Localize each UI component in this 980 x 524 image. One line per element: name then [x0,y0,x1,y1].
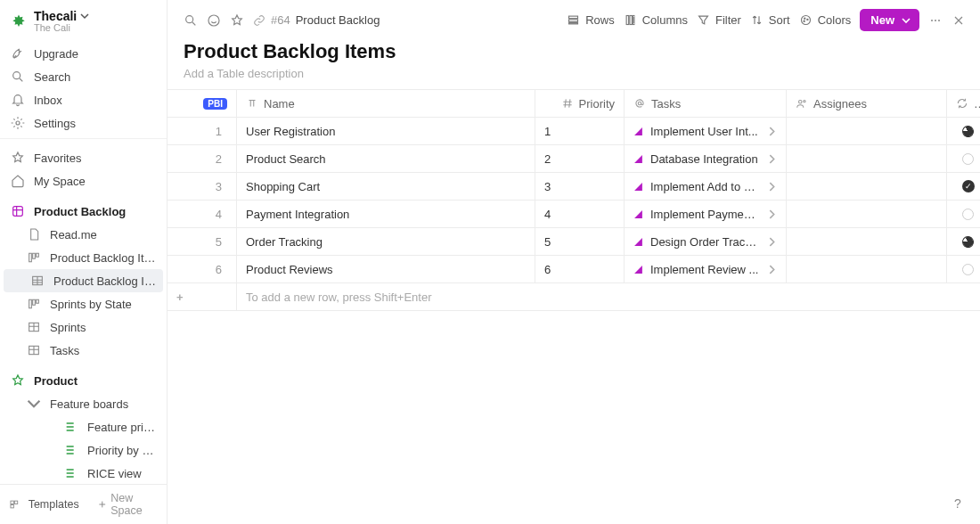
space-product[interactable]: Product [0,369,167,392]
col-tasks-header[interactable]: Tasks [625,90,787,118]
cell-name[interactable]: Shopping Cart [237,173,535,201]
table-row[interactable]: 2Product Search2Database Integration [167,145,980,173]
row-index: 1 [176,125,227,138]
svg-point-17 [801,16,810,25]
chevron-down-icon [80,12,89,20]
sidebar-pbi-view[interactable]: Product Backlog Item... [0,246,167,269]
cell-name[interactable]: Order Tracking [237,228,535,256]
cell-name[interactable]: User Registration [237,118,535,145]
col-status-header[interactable]: S [947,90,980,118]
table-row[interactable]: 4Payment Integration4Implement Payment..… [167,201,980,228]
new-button[interactable]: New [860,9,919,31]
workspace-name: Thecali [34,9,77,23]
cell-status[interactable] [947,145,980,173]
sidebar-feature-boards[interactable]: Feature boards [0,392,167,415]
page-desc-placeholder[interactable]: Add a Table description [184,67,964,80]
svg-rect-6 [11,501,13,504]
cell-task[interactable]: Implement Payment... [625,201,787,228]
table-row[interactable]: 6Product Reviews6Implement Review ... [167,256,980,283]
cell-task[interactable]: Design Order Tracki... [625,228,787,256]
svg-point-23 [938,20,940,21]
svg-point-1 [16,121,20,125]
search-icon[interactable] [184,13,198,28]
more-icon[interactable] [928,13,943,28]
row-index: 5 [176,235,227,249]
svg-point-9 [186,15,193,22]
cell-assignees[interactable] [787,145,947,173]
cell-task[interactable]: Implement User Int... [625,118,787,145]
colors-button[interactable]: Colors [799,13,852,27]
columns-button[interactable]: Columns [624,13,688,27]
sidebar-search[interactable]: Search [0,65,167,88]
sidebar-pbi-items[interactable]: Product Backlog Items [4,269,163,292]
rows-button[interactable]: Rows [567,13,615,27]
main-panel: #64 Product Backlog Rows Columns Filter … [167,0,980,524]
chevron-right-icon [767,127,777,136]
cell-name[interactable]: Product Search [237,145,535,173]
cell-status[interactable] [947,256,980,283]
sidebar-sprints[interactable]: Sprints [0,315,167,339]
cell-status[interactable] [947,118,980,145]
columns-icon [624,13,637,27]
cell-priority[interactable]: 3 [535,173,625,201]
col-pbi-header[interactable]: PBI [167,90,237,118]
hash-icon [561,97,574,110]
sidebar-tasks[interactable]: Tasks [0,339,167,362]
sort-button[interactable]: Sort [750,13,790,27]
sidebar-favorites[interactable]: Favorites [0,146,167,169]
sidebar-rice-view[interactable]: RICE view [0,462,167,484]
cell-assignees[interactable] [787,228,947,256]
space-product-backlog[interactable]: Product Backlog [0,200,167,223]
sidebar-inbox[interactable]: Inbox [0,88,167,111]
cell-assignees[interactable] [787,201,947,228]
cell-priority[interactable]: 1 [535,118,625,145]
cell-status[interactable] [947,228,980,256]
cell-priority[interactable]: 2 [535,145,625,173]
col-name-header[interactable]: Name [237,90,535,118]
col-assignees-header[interactable]: Assignees [787,90,947,118]
star-green-icon [11,373,25,388]
cell-status[interactable]: ✓ [947,173,980,201]
cell-assignees[interactable] [787,256,947,283]
cell-priority[interactable]: 5 [535,228,625,256]
sidebar-readme[interactable]: Read.me [0,223,167,246]
cell-task[interactable]: Implement Review ... [625,256,787,283]
sidebar-priority-drivers[interactable]: Priority by Drivers [0,438,167,462]
svg-point-25 [799,100,803,103]
workspace-switcher[interactable]: Thecali The Cali [0,0,167,38]
filter-button[interactable]: Filter [697,13,741,27]
col-priority-header[interactable]: Priority [535,90,625,118]
cell-priority[interactable]: 6 [535,256,625,283]
table-row[interactable]: 5Order Tracking5Design Order Tracki... [167,228,980,256]
cell-task[interactable]: Database Integration [625,145,787,173]
star-icon[interactable] [230,13,244,28]
cell-task[interactable]: Implement Add to C... [625,173,787,201]
help-button[interactable]: ? [948,494,968,513]
cell-assignees[interactable] [787,118,947,145]
text-icon [246,97,258,110]
emoji-icon[interactable] [207,13,221,28]
plus-icon [97,498,108,511]
cell-status[interactable] [947,201,980,228]
sidebar-settings[interactable]: Settings [0,111,167,135]
sidebar-myspace[interactable]: My Space [0,169,167,192]
close-icon[interactable] [951,13,966,28]
sidebar-footer: Templates New Space [0,484,167,524]
new-space-button[interactable]: New Space [97,492,158,517]
table-row[interactable]: 1User Registration1Implement User Int... [167,118,980,145]
board-icon [27,297,41,311]
sidebar-sprints-state[interactable]: Sprints by State [0,292,167,315]
sidebar-upgrade[interactable]: Upgrade [0,42,167,65]
filter-icon [697,13,710,27]
table-row[interactable]: 3Shopping Cart3Implement Add to C...✓ [167,173,980,201]
templates-button[interactable]: Templates [29,498,79,511]
cell-priority[interactable]: 4 [535,201,625,228]
cell-name[interactable]: Payment Integration [237,201,535,228]
svg-point-21 [931,20,933,21]
add-row[interactable]: + To add a new row, press Shift+Enter [167,283,980,311]
page-title[interactable]: Product Backlog Items [184,40,964,63]
cell-name[interactable]: Product Reviews [237,256,535,283]
breadcrumb[interactable]: #64 Product Backlog [253,13,380,27]
sidebar-feature-prioritization[interactable]: Feature prioritiza... [0,415,167,438]
cell-assignees[interactable] [787,173,947,201]
